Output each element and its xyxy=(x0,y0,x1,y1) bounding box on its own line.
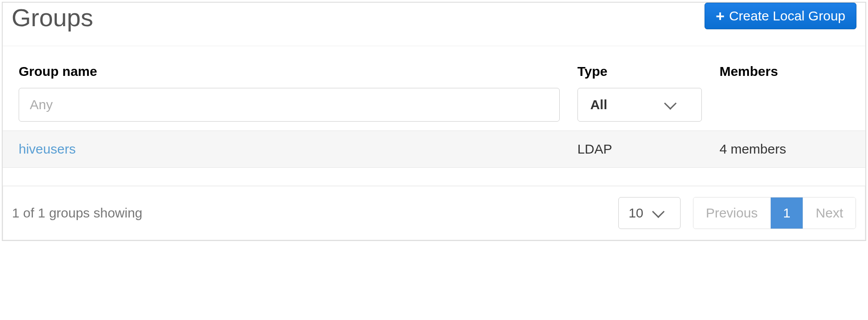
pager-next-button[interactable]: Next xyxy=(803,198,856,229)
create-local-group-label: Create Local Group xyxy=(729,8,845,24)
table-header-row: Group name Type Members xyxy=(3,46,865,88)
groups-page: Groups + Create Local Group Group name T… xyxy=(2,2,866,241)
column-header-group-name[interactable]: Group name xyxy=(3,46,569,88)
type-filter-value: All xyxy=(590,97,607,112)
page-header: Groups + Create Local Group xyxy=(3,3,865,46)
pager: Previous 1 Next xyxy=(693,197,856,229)
chevron-down-icon xyxy=(664,97,676,110)
table-footer: 1 of 1 groups showing 10 Previous 1 Next xyxy=(3,186,865,240)
table-row: hiveusers LDAP 4 members xyxy=(3,131,865,168)
page-title: Groups xyxy=(12,3,93,32)
groups-table-wrap: Group name Type Members All xyxy=(3,46,865,168)
column-header-members[interactable]: Members xyxy=(711,46,865,88)
page-size-value: 10 xyxy=(629,205,643,221)
chevron-down-icon xyxy=(652,205,665,218)
page-size-select[interactable]: 10 xyxy=(618,197,681,229)
group-members-cell: 4 members xyxy=(711,131,865,168)
groups-table: Group name Type Members All xyxy=(3,46,865,168)
group-type-cell: LDAP xyxy=(569,131,711,168)
group-name-link[interactable]: hiveusers xyxy=(19,142,76,156)
plus-icon: + xyxy=(716,8,725,24)
footer-status-text: 1 of 1 groups showing xyxy=(12,205,143,221)
column-header-type[interactable]: Type xyxy=(569,46,711,88)
create-local-group-button[interactable]: + Create Local Group xyxy=(705,3,856,29)
footer-controls: 10 Previous 1 Next xyxy=(618,197,856,229)
pager-previous-button[interactable]: Previous xyxy=(693,198,770,229)
pager-page-1-button[interactable]: 1 xyxy=(770,198,803,229)
table-filter-row: All xyxy=(3,88,865,131)
group-name-filter-input[interactable] xyxy=(19,88,560,122)
type-filter-select[interactable]: All xyxy=(577,88,702,122)
